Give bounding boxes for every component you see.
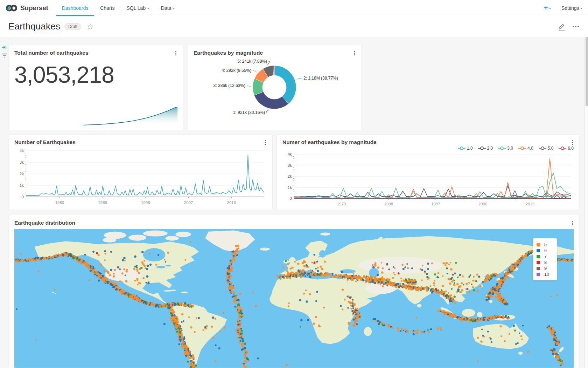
chart-title: Total number of earthquakes: [14, 50, 89, 56]
pie-label: 2: 1.18M (38.77%): [303, 76, 338, 81]
map-legend-item-5[interactable]: 5: [537, 241, 553, 247]
card-total-earthquakes: Total number of earthquakes 3,053,218: [8, 45, 183, 130]
x-axis-label: 1979: [337, 202, 346, 206]
pie-label: 5: 241k (7.88%): [237, 59, 267, 64]
kebab-menu-icon[interactable]: [352, 50, 357, 56]
pie-label-line: [296, 78, 302, 79]
y-axis-label: 3k: [20, 160, 24, 164]
pie-label: 4: 292k (9.55%): [222, 68, 251, 73]
x-axis-label: 1998: [141, 200, 150, 205]
navbar: Superset Dashboards Charts SQL Lab ▾ Dat…: [0, 0, 588, 16]
multi-line-chart: 01k2k3k4k19791988199720062015: [281, 151, 576, 207]
filter-icon[interactable]: [2, 53, 7, 59]
chart-title: Numer of earthquakes by magnitude: [282, 139, 377, 145]
pie-slice[interactable]: [254, 92, 288, 109]
superset-logo[interactable]: Superset: [6, 0, 48, 16]
legend-label: 6: [544, 248, 547, 253]
legend-marker-icon: [498, 146, 506, 150]
map-legend-item-7[interactable]: 7: [537, 253, 553, 259]
nav-item-charts[interactable]: Charts: [94, 0, 120, 16]
pie-label: 3: 386k (12.63%): [214, 83, 245, 88]
nav-right: + ▾ Settings ▾: [544, 0, 582, 16]
kebab-menu-icon[interactable]: [263, 139, 268, 145]
legend-item-4.0[interactable]: 4.0: [518, 146, 533, 151]
legend-item-1.0[interactable]: 1.0: [458, 146, 473, 151]
legend-swatch-icon: [537, 255, 540, 258]
series-line-4.0: [294, 159, 571, 198]
earthquake-dots: [14, 229, 574, 368]
map-legend-item-6[interactable]: 6: [537, 247, 553, 253]
y-axis-label: 0: [22, 195, 24, 199]
chevron-down-icon: ▾: [581, 7, 582, 10]
chart-title: Earthquake distribution: [14, 220, 75, 226]
plus-icon: +: [544, 4, 548, 12]
line-chart: 01k2k3k4k19801989199820072016: [13, 146, 269, 205]
legend-label: 10: [544, 272, 549, 277]
y-axis-label: 3k: [288, 163, 292, 168]
legend-item-3.0[interactable]: 3.0: [498, 146, 513, 151]
legend-label: 7: [544, 254, 547, 259]
page-title: Earthquakes: [8, 21, 60, 32]
chart-legend: 1.02.03.04.05.06.0: [458, 146, 574, 151]
pie-label-line: [266, 110, 269, 113]
world-map[interactable]: 5678910: [14, 229, 574, 368]
settings-menu[interactable]: Settings ▾: [561, 5, 582, 11]
legend-label: 8: [544, 260, 547, 265]
legend-swatch-icon: [537, 249, 540, 252]
new-item-button[interactable]: + ▾: [544, 4, 551, 12]
nav-item-label: SQL Lab: [126, 5, 146, 11]
donut-chart: 2: 1.18M (38.77%)1: 921k (30.16%)3: 386k…: [191, 57, 359, 128]
nav-item-data[interactable]: Data ▾: [155, 0, 181, 16]
legend-item-5.0[interactable]: 5.0: [539, 146, 554, 151]
chart-title: Earthquakes by magnitude: [194, 50, 263, 56]
legend-label: 5: [544, 242, 547, 247]
legend-label: 6.0: [568, 146, 574, 151]
legend-item-2.0[interactable]: 2.0: [478, 146, 493, 151]
pie-slice[interactable]: [274, 66, 296, 104]
nav-item-label: Data: [161, 5, 172, 11]
map-legend-item-8[interactable]: 8: [537, 259, 553, 265]
x-axis-label: 1997: [431, 202, 440, 206]
nav-item-sql-lab[interactable]: SQL Lab ▾: [120, 0, 155, 16]
x-axis-label: 2016: [227, 200, 236, 205]
y-axis-label: 1k: [20, 183, 24, 188]
map-legend-item-10[interactable]: 10: [537, 271, 553, 277]
kebab-menu-icon[interactable]: [173, 50, 178, 56]
chevron-down-icon: ▾: [549, 7, 551, 10]
legend-label: 1.0: [467, 146, 473, 151]
pie-label: 1: 921k (30.16%): [233, 110, 265, 115]
expand-filter-bar-icon[interactable]: [2, 45, 7, 51]
chart-title: Number of Earthquakes: [14, 139, 76, 145]
kebab-menu-icon[interactable]: [570, 139, 575, 145]
map-legend-item-9[interactable]: 9: [537, 265, 553, 271]
y-axis-label: 0: [290, 196, 292, 200]
map-legend: 5678910: [533, 238, 557, 280]
favorite-star-icon[interactable]: [87, 23, 94, 30]
legend-swatch-icon: [537, 267, 540, 270]
x-axis-label: 1980: [55, 200, 64, 205]
legend-marker-icon: [518, 146, 526, 150]
trendline-chart: [83, 105, 178, 127]
legend-item-6.0[interactable]: 6.0: [559, 146, 574, 151]
more-actions-icon[interactable]: [573, 26, 579, 27]
legend-swatch-icon: [537, 243, 540, 246]
x-axis-label: 1989: [98, 200, 107, 205]
big-number-value: 3,053,218: [14, 61, 114, 88]
card-earthquakes-by-magnitude-timeseries: Numer of earthquakes by magnitude 1.02.0…: [276, 134, 580, 210]
series-line-main: [26, 155, 264, 196]
nav-item-label: Dashboards: [62, 5, 89, 11]
kebab-menu-icon[interactable]: [570, 220, 575, 226]
nav-item-dashboards[interactable]: Dashboards: [56, 0, 94, 16]
pie-label-line: [247, 86, 251, 87]
legend-swatch-icon: [537, 273, 540, 276]
y-axis-label: 4k: [288, 152, 292, 156]
brand-name: Superset: [20, 4, 48, 12]
legend-marker-icon: [539, 146, 546, 150]
legend-marker-icon: [458, 146, 465, 150]
x-axis-label: 2006: [478, 202, 488, 206]
edit-dashboard-icon[interactable]: [558, 22, 566, 31]
legend-marker-icon: [478, 146, 486, 150]
card-earthquake-distribution: Earthquake distribution: [8, 215, 580, 368]
series-line-3.0: [294, 173, 571, 198]
legend-label: 2.0: [487, 146, 493, 151]
